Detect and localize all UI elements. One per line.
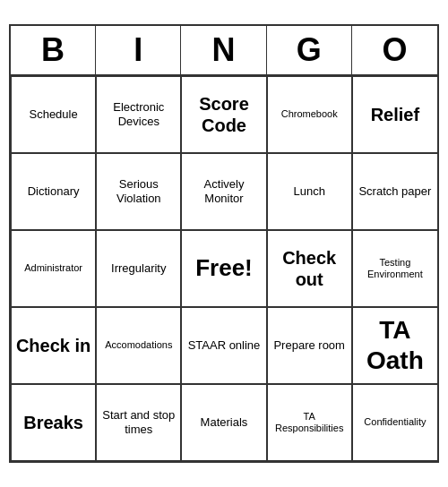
bingo-cell-7: Actively Monitor — [181, 153, 266, 230]
header-b: B — [11, 26, 96, 74]
bingo-cell-0: Schedule — [11, 76, 96, 153]
bingo-cell-18: Prepare room — [267, 307, 352, 384]
bingo-cell-8: Lunch — [267, 153, 352, 230]
bingo-cell-3: Chromebook — [267, 76, 352, 153]
bingo-cell-15: Check in — [11, 307, 96, 384]
bingo-cell-13: Check out — [267, 230, 352, 307]
bingo-header: B I N G O — [11, 26, 437, 76]
bingo-cell-2: Score Code — [181, 76, 266, 153]
bingo-cell-17: STAAR online — [181, 307, 266, 384]
header-i: I — [96, 26, 181, 74]
bingo-cell-11: Irregularity — [96, 230, 181, 307]
bingo-cell-6: Serious Violation — [96, 153, 181, 230]
bingo-cell-19: TA Oath — [352, 307, 437, 384]
bingo-cell-1: Electronic Devices — [96, 76, 181, 153]
bingo-cell-10: Administrator — [11, 230, 96, 307]
header-n: N — [181, 26, 266, 74]
bingo-cell-22: Materials — [181, 384, 266, 461]
bingo-cell-12: Free! — [181, 230, 266, 307]
header-o: O — [352, 26, 437, 74]
bingo-cell-20: Breaks — [11, 384, 96, 461]
header-g: G — [267, 26, 352, 74]
bingo-cell-9: Scratch paper — [352, 153, 437, 230]
bingo-cell-16: Accomodations — [96, 307, 181, 384]
bingo-cell-14: Testing Environment — [352, 230, 437, 307]
bingo-cell-4: Relief — [352, 76, 437, 153]
bingo-grid: ScheduleElectronic DevicesScore CodeChro… — [11, 76, 437, 461]
bingo-card: B I N G O ScheduleElectronic DevicesScor… — [9, 24, 439, 463]
bingo-cell-21: Start and stop times — [96, 384, 181, 461]
bingo-cell-5: Dictionary — [11, 153, 96, 230]
bingo-cell-23: TA Responsibilities — [267, 384, 352, 461]
bingo-cell-24: Confidentiality — [352, 384, 437, 461]
